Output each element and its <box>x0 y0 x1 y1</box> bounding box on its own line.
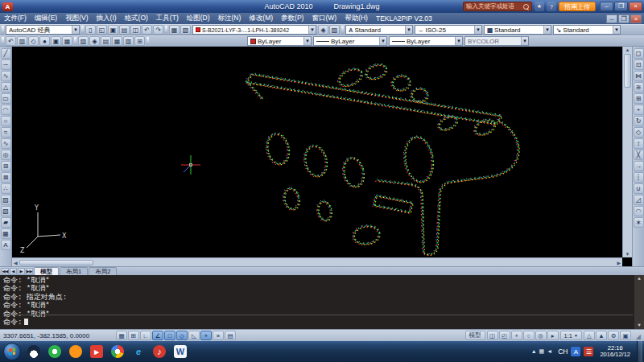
browser-360-app-icon[interactable] <box>45 343 64 360</box>
snap-toggle[interactable]: ▦ <box>116 331 127 340</box>
chevron-down-icon[interactable]: ▼ <box>72 26 79 34</box>
save-file-icon[interactable]: ▣ <box>108 25 118 35</box>
show-desktop-button[interactable] <box>637 341 642 362</box>
annotation-scale-button[interactable]: 1:1 ▼ <box>560 331 582 340</box>
quick-select-icon[interactable]: ◈ <box>89 36 100 46</box>
taskbar-clock[interactable]: 22:16 2016/12/12 <box>597 345 634 359</box>
toolbar-lock-icon[interactable]: ▣ <box>620 331 631 340</box>
match-layer-icon[interactable]: ▨ <box>329 25 340 35</box>
point-icon[interactable]: ∴ <box>1 183 11 194</box>
menu-item[interactable]: 标注(N) <box>214 14 246 23</box>
chevron-down-icon[interactable]: ▼ <box>613 26 620 34</box>
dim-style-combo[interactable]: ↔ ISO-25 ▼ <box>415 25 482 35</box>
menu-item[interactable]: 修改(M) <box>245 14 277 23</box>
tab-model[interactable]: 模型 <box>34 267 59 275</box>
lineweight-combo[interactable]: ByLayer ▼ <box>389 36 463 46</box>
vertical-scroll-thumb[interactable] <box>624 54 631 88</box>
doc-close-button[interactable]: × <box>630 14 642 23</box>
plot-preview-icon[interactable]: ◫ <box>130 25 141 35</box>
minimize-button[interactable]: – <box>600 2 613 11</box>
spline-icon[interactable]: ∿ <box>1 138 11 149</box>
toolbar-grip[interactable] <box>2 26 4 34</box>
menu-item[interactable]: 插入(I) <box>93 14 121 23</box>
hatch-icon[interactable]: ▨ <box>1 195 11 205</box>
showmotion-icon[interactable]: ▸ <box>547 331 559 340</box>
start-button[interactable] <box>3 343 21 360</box>
menu-item[interactable]: 绘图(D) <box>183 14 214 23</box>
word-app-icon[interactable]: W <box>171 343 190 360</box>
layer-lock-icon[interactable]: ▣ <box>51 36 61 46</box>
qq-app-icon[interactable] <box>24 343 43 360</box>
layer-freeze-icon[interactable]: ◇ <box>28 36 39 46</box>
pan-tool-icon[interactable]: + <box>511 331 522 340</box>
polyline-icon[interactable]: ∿ <box>1 71 11 81</box>
infocenter-search-box[interactable]: 输入关键字或短语 <box>463 2 532 11</box>
layer-combo[interactable]: S-B2021-LYF-3-...1-LPH-1-389242 ▼ <box>192 25 316 35</box>
scale-icon[interactable]: ◇ <box>634 127 644 138</box>
table-style-combo[interactable]: ▦ Standard ▼ <box>484 25 551 35</box>
infocenter-help-icon[interactable]: ? <box>547 2 556 11</box>
uc-browser-app-icon[interactable] <box>66 343 85 360</box>
chevron-down-icon[interactable]: ▼ <box>543 26 551 34</box>
ellipse-icon[interactable]: ◎ <box>1 150 11 160</box>
tray-volume-icon[interactable]: ◄ <box>547 348 552 354</box>
infocenter-star-icon[interactable]: ★ <box>535 2 544 11</box>
properties-palette-icon[interactable]: ▤ <box>101 36 111 46</box>
mirror-icon[interactable]: ⋈ <box>634 71 644 81</box>
fillet-icon[interactable]: ◠ <box>634 206 644 216</box>
open-file-icon[interactable]: ◱ <box>97 25 107 35</box>
tray-expand-icon[interactable]: ▲ <box>531 348 537 354</box>
otrack-toggle[interactable]: ◇ <box>176 331 188 340</box>
make-layer-current-icon[interactable]: ◈ <box>318 25 328 35</box>
chrome-app-icon[interactable] <box>108 343 127 360</box>
menu-item[interactable]: 格式(O) <box>121 14 152 23</box>
chevron-down-icon[interactable]: ▼ <box>405 26 412 34</box>
search-icon[interactable] <box>523 4 529 10</box>
erase-icon[interactable]: ◻ <box>634 48 644 59</box>
menu-item-plugin[interactable]: TEKLA2PIP V2.03 <box>372 14 436 23</box>
dyn-toggle[interactable]: + <box>200 331 212 340</box>
ortho-toggle[interactable]: ∟ <box>140 331 151 340</box>
menu-item[interactable]: 工具(T) <box>152 14 183 23</box>
ie-app-icon[interactable]: e <box>129 343 148 360</box>
vertical-scrollbar[interactable]: ▲ ▼ <box>622 47 632 257</box>
quick-view-layouts-icon[interactable]: ◫ <box>487 331 498 340</box>
scroll-up-icon[interactable]: ▲ <box>638 276 641 282</box>
toolbar-grip[interactable] <box>81 26 84 34</box>
layer-off-icon[interactable]: ● <box>39 36 50 46</box>
drawing-canvas[interactable]: YXZ <box>12 47 622 257</box>
qp-toggle[interactable]: ▤ <box>225 331 236 340</box>
annotation-visibility-icon[interactable]: △ <box>584 331 595 340</box>
chevron-down-icon[interactable]: ▼ <box>521 37 528 45</box>
menu-item[interactable]: 窗口(W) <box>308 14 341 23</box>
menu-item[interactable]: 视图(V) <box>61 14 92 23</box>
toolbar-grip[interactable] <box>147 37 149 45</box>
rotate-icon[interactable]: ↻ <box>634 116 644 126</box>
doc-restore-button[interactable]: ❐ <box>618 14 630 23</box>
close-button[interactable]: × <box>629 2 642 11</box>
mleader-style-combo[interactable]: ↘ Standard ▼ <box>553 25 621 35</box>
redo-icon[interactable]: ↷ <box>153 25 163 35</box>
menu-item[interactable]: 帮助(H) <box>341 14 372 23</box>
layer-states-icon[interactable]: ▧ <box>180 25 191 35</box>
join-icon[interactable]: ∪ <box>634 183 644 194</box>
trim-icon[interactable]: ╳ <box>634 150 644 160</box>
insert-block-icon[interactable]: ⊞ <box>1 161 11 171</box>
upload-button[interactable]: 指南上传 <box>559 2 596 11</box>
copy-icon[interactable]: ⊡ <box>634 60 644 70</box>
zoom-tool-icon[interactable]: ○ <box>523 331 535 340</box>
chamfer-icon[interactable]: ◿ <box>634 195 644 205</box>
arc-icon[interactable]: ◠ <box>1 105 11 115</box>
music-app-icon[interactable]: ♪ <box>150 343 169 360</box>
command-prompt-line[interactable]: 命令: <box>3 315 633 327</box>
break-icon[interactable]: ┆ <box>634 172 644 183</box>
tab-next-icon[interactable]: ▶ <box>18 268 25 275</box>
video-app-icon[interactable]: ▸ <box>87 343 106 360</box>
layer-previous-icon[interactable]: ↶ <box>6 36 16 46</box>
autocad-app-icon[interactable]: A <box>2 2 13 11</box>
stretch-icon[interactable]: ↕ <box>634 138 644 149</box>
polygon-icon[interactable]: △ <box>1 82 11 93</box>
horizontal-scrollbar[interactable]: ◀ ▶ <box>12 257 622 266</box>
array-icon[interactable]: ⊞ <box>634 93 644 104</box>
menu-item[interactable]: 文件(F) <box>0 14 31 23</box>
